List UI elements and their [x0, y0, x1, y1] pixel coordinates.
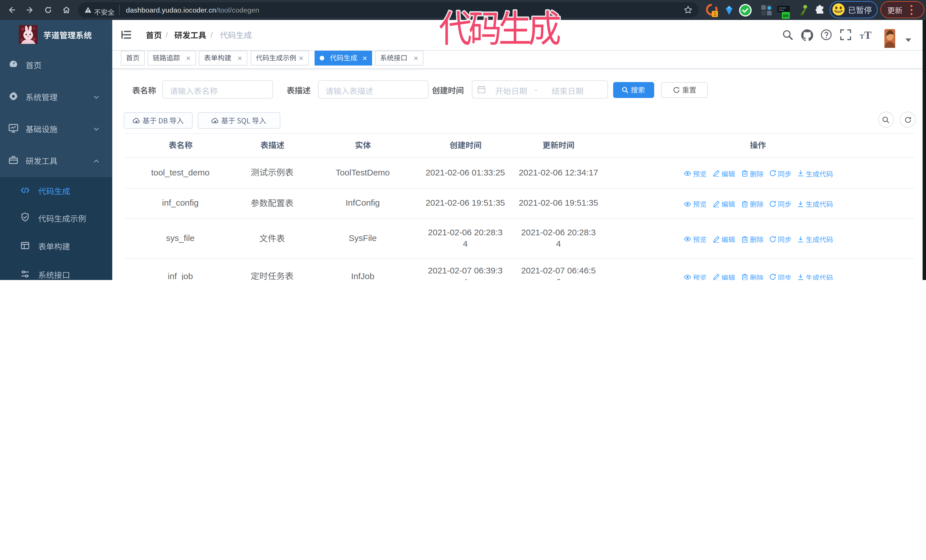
svg-text:1: 1: [713, 11, 716, 17]
svg-text:on: on: [783, 13, 789, 18]
